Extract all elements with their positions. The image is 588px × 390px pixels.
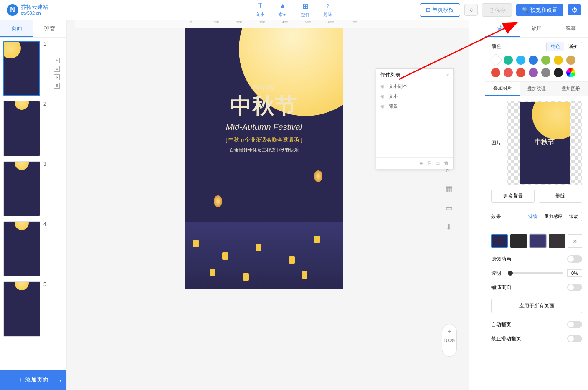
color-swatch[interactable]: [491, 68, 500, 77]
delete-icon[interactable]: 🗑: [54, 83, 60, 89]
save-icon: ⬚: [488, 7, 493, 13]
close-icon[interactable]: ×: [446, 72, 449, 78]
opacity-row: 透明 0%: [485, 266, 588, 280]
tab-overlay-album[interactable]: 叠加图册: [554, 82, 588, 96]
tab-lockscreen[interactable]: 锁屏: [520, 20, 554, 37]
tab-scroll[interactable]: 滚动: [566, 212, 582, 221]
color-swatch[interactable]: [566, 56, 575, 65]
tab-barrage[interactable]: 弹幕: [554, 20, 588, 37]
filter-thumb[interactable]: [549, 234, 565, 248]
layer-folder-icon[interactable]: ▭: [435, 160, 440, 166]
tab-background[interactable]: 背景: [485, 20, 520, 37]
noswipe-row: 禁止滑动翻页: [485, 332, 588, 346]
canvas[interactable]: Happy 中秋节 Mid-Autumn Festival [ 中秋节企业茶话会…: [185, 28, 343, 289]
page-thumb[interactable]: [3, 161, 40, 216]
color-swatch[interactable]: [541, 56, 550, 65]
color-swatch[interactable]: [529, 68, 538, 77]
widget-footer: ⊕ ⎘ ▭ 🗑: [376, 157, 453, 169]
autoflip-toggle[interactable]: [567, 321, 582, 328]
opacity-value: 0%: [567, 269, 582, 277]
widget-icon: ⊞: [302, 2, 309, 11]
layers-icon[interactable]: ▦: [446, 184, 453, 193]
widget-row[interactable]: ◉文本副本: [376, 81, 453, 91]
eye-icon[interactable]: ◉: [380, 104, 385, 109]
page-thumb[interactable]: [3, 221, 40, 276]
layer-copy-icon[interactable]: ⎘: [428, 160, 431, 166]
header: N 乔拓云建站 qty592.cn T文本 ▲素材 ⊞控件 ♀趣味 ⊞单页模板 …: [0, 0, 588, 20]
color-swatch[interactable]: [516, 56, 525, 65]
add-icon[interactable]: +: [54, 58, 60, 63]
widget-row[interactable]: ◉背景: [376, 101, 453, 111]
page-item[interactable]: 5: [3, 281, 63, 337]
eye-icon[interactable]: ◉: [380, 94, 385, 99]
filter-thumb[interactable]: [510, 234, 527, 248]
zoom-control: + 100% −: [442, 324, 457, 357]
color-swatch[interactable]: [566, 68, 575, 77]
color-swatches: [491, 56, 582, 77]
logo-name: 乔拓云建站: [21, 4, 48, 10]
page-item[interactable]: 3: [3, 161, 63, 216]
zoom-in-button[interactable]: +: [447, 327, 451, 336]
preview-button[interactable]: 🔍预览和设置: [516, 4, 563, 16]
power-button[interactable]: ⏻: [568, 4, 581, 15]
add-page-button[interactable]: ＋ 添加页面▾: [0, 370, 66, 390]
download-icon[interactable]: ⬇: [446, 223, 453, 232]
tab-filter[interactable]: 滤镜: [525, 212, 541, 221]
tab-popup[interactable]: 弹窗: [33, 20, 67, 37]
color-swatch[interactable]: [504, 56, 513, 65]
device-icon[interactable]: ▭: [446, 203, 453, 213]
filter-more-button[interactable]: »: [568, 234, 582, 248]
tool-text[interactable]: T文本: [256, 2, 265, 18]
tab-solid[interactable]: 纯色: [547, 42, 564, 51]
music-icon: ♫: [469, 7, 473, 13]
tab-gravity[interactable]: 重力感应: [541, 212, 566, 221]
widget-header: 部件列表 ×: [376, 69, 453, 81]
tab-pages[interactable]: 页面: [0, 20, 33, 37]
canvas-text: Happy 中秋节 Mid-Autumn Festival [ 中秋节企业茶话会…: [185, 83, 343, 153]
logo[interactable]: N 乔拓云建站 qty592.cn: [7, 4, 48, 16]
effect-tabs: 滤镜 重力感应 滚动: [525, 212, 582, 221]
tab-gradient[interactable]: 渐变: [564, 42, 582, 51]
filter-anim-toggle[interactable]: [567, 255, 582, 263]
color-swatch[interactable]: [554, 68, 563, 77]
layer-up-icon[interactable]: ⊕: [420, 160, 424, 166]
tab-overlay-image[interactable]: 叠加图片: [485, 82, 520, 96]
color-swatch[interactable]: [529, 56, 538, 65]
widget-row[interactable]: ◉文本: [376, 91, 453, 101]
page-tools: + ≡ ⎘ 🗑: [54, 58, 60, 89]
tool-material[interactable]: ▲素材: [278, 2, 287, 18]
page-item[interactable]: 1 + ≡ ⎘ 🗑: [3, 41, 63, 96]
bg-preview[interactable]: 中秋节: [507, 101, 582, 185]
tool-fun[interactable]: ♀趣味: [323, 2, 332, 18]
move-icon[interactable]: ≡: [54, 66, 60, 72]
page-item[interactable]: 4: [3, 221, 63, 276]
delete-bg-button[interactable]: 删除: [539, 190, 582, 203]
layer-delete-icon[interactable]: 🗑: [444, 160, 449, 166]
opacity-slider[interactable]: [508, 272, 563, 274]
page-thumb[interactable]: [3, 101, 40, 156]
page-thumb[interactable]: [3, 41, 40, 96]
change-bg-button[interactable]: 更换背景: [491, 190, 535, 203]
apply-all-button[interactable]: 应用于所有页面: [491, 299, 582, 313]
tool-widget[interactable]: ⊞控件: [301, 2, 310, 18]
page-item[interactable]: 2: [3, 101, 63, 156]
color-swatch[interactable]: [504, 68, 513, 77]
color-swatch[interactable]: [516, 68, 525, 77]
zoom-value: 100%: [444, 336, 455, 344]
music-button[interactable]: ♫: [464, 4, 478, 16]
fill-toggle[interactable]: [567, 284, 582, 291]
filter-thumb[interactable]: [530, 234, 546, 248]
overlay-tabs: 叠加图片 叠加纹理 叠加图册: [485, 82, 588, 96]
tab-overlay-texture[interactable]: 叠加纹理: [520, 82, 554, 96]
color-swatch[interactable]: [554, 56, 563, 65]
page-thumb[interactable]: [3, 281, 40, 337]
zoom-out-button[interactable]: −: [447, 344, 451, 354]
template-button[interactable]: ⊞单页模板: [420, 3, 460, 17]
noswipe-toggle[interactable]: [567, 335, 582, 342]
save-button[interactable]: ⬚保存: [482, 3, 512, 17]
filter-thumb[interactable]: [491, 234, 508, 248]
eye-icon[interactable]: ◉: [380, 84, 385, 89]
color-swatch[interactable]: [541, 68, 550, 77]
copy-icon[interactable]: ⎘: [54, 74, 60, 80]
color-swatch[interactable]: [489, 53, 502, 66]
